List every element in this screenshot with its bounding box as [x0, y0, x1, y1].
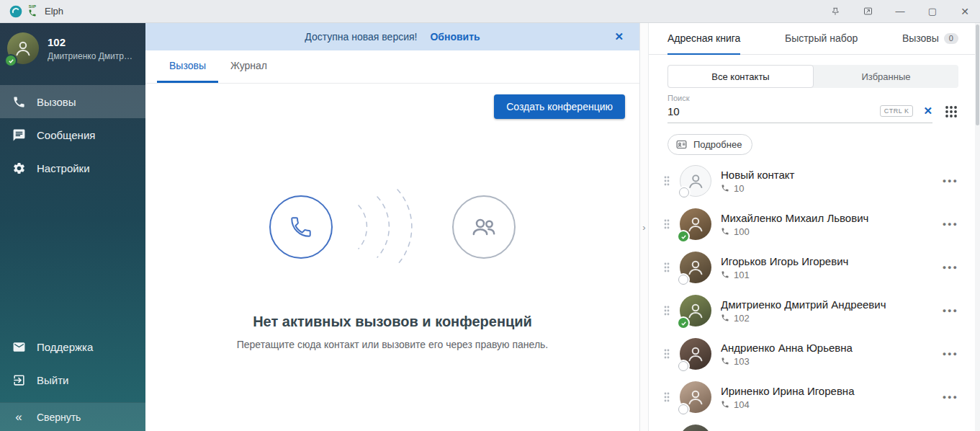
contact-menu-button[interactable]: ●●● [943, 264, 958, 271]
tab-address-book[interactable]: Адресная книга [667, 23, 740, 55]
maximize-button[interactable]: ▢ [926, 5, 939, 18]
minimize-button[interactable]: — [894, 5, 907, 18]
search-value[interactable]: 10 [667, 105, 880, 117]
contact-row[interactable]: Ириненко Ирина Игоревна 104 ●●● [649, 376, 980, 419]
update-button[interactable]: Обновить [430, 31, 480, 43]
contact-row[interactable]: Андриенко Анна Юрьевна 103 ●●● [649, 332, 980, 376]
profile-name: Дмитриенко Дмитр… [48, 51, 132, 61]
collapse-icon: « [12, 411, 26, 423]
contact-card-icon [675, 138, 688, 151]
empty-state-title: Нет активных вызовов и конференций [253, 314, 532, 330]
tab-calls[interactable]: Вызовы [157, 50, 218, 83]
sound-waves-icon [353, 184, 432, 270]
drag-handle-icon[interactable] [663, 391, 670, 404]
tab-speed-dial[interactable]: Быстрый набор [785, 23, 858, 55]
contact-number-text: 10 [734, 183, 744, 194]
contact-menu-button[interactable]: ●●● [943, 394, 958, 401]
logout-icon [12, 373, 26, 387]
calls-count-badge: 0 [944, 33, 958, 44]
shortcut-hint: CTRL K [880, 105, 914, 117]
contact-avatar [680, 165, 711, 197]
drag-handle-icon[interactable] [663, 174, 670, 187]
chevron-right-icon: › [642, 222, 645, 233]
empty-state: Нет активных вызовов и конференций Перет… [145, 119, 639, 431]
drag-handle-icon[interactable] [663, 347, 670, 360]
sidebar-item-label: Настройки [37, 162, 90, 174]
sip-phone-icon: SIP [28, 4, 37, 17]
sidebar-item-settings[interactable]: Настройки [0, 151, 145, 185]
contact-row[interactable]: Игорьков Игорь Игоревич 101 ●●● [649, 246, 980, 289]
mail-icon [12, 339, 26, 354]
app-logo-icon [9, 4, 23, 19]
sidebar-item-support[interactable]: Поддержка [0, 330, 145, 363]
tab-label: Вызовы [902, 32, 939, 44]
contact-menu-button[interactable]: ●●● [943, 221, 958, 228]
screen-share-icon[interactable] [861, 5, 874, 18]
contact-number-text: 102 [734, 313, 750, 324]
create-conference-button[interactable]: Создать конференцию [494, 94, 625, 119]
profile-extension: 102 [48, 36, 132, 48]
details-button-label: Подробнее [693, 139, 742, 150]
contact-menu-button[interactable]: ●●● [943, 307, 958, 314]
pin-icon[interactable] [829, 5, 842, 18]
phone-icon [721, 184, 729, 192]
sidebar-item-messages[interactable]: Сообщения [0, 118, 145, 151]
contact-avatar [680, 252, 711, 283]
clear-search-icon[interactable]: ✕ [923, 105, 932, 117]
gear-icon [12, 161, 26, 175]
segment-all-contacts[interactable]: Все контакты [667, 65, 814, 88]
contact-name: Новый контакт [721, 169, 933, 181]
search-input[interactable]: Поиск 10 CTRL K ✕ [667, 94, 932, 123]
contacts-filter: Все контакты Избранные [667, 65, 958, 88]
scrollbar-thumb[interactable] [976, 25, 979, 125]
presence-badge [678, 318, 688, 328]
main-toolbar: Создать конференцию [145, 84, 639, 119]
contact-row[interactable]: Дмитриенко Дмитрий Андреевич 102 ●●● [649, 289, 980, 332]
tab-journal[interactable]: Журнал [218, 50, 279, 83]
banner-close-icon[interactable]: ✕ [614, 30, 624, 43]
panel-collapse-handle[interactable]: › [640, 23, 649, 431]
contact-name: Ириненко Ирина Игоревна [721, 385, 933, 397]
conference-circle-icon [452, 195, 516, 259]
sidebar-item-calls[interactable]: Вызовы [0, 85, 145, 118]
contact-number: 103 [721, 356, 933, 367]
dialpad-icon[interactable] [944, 105, 958, 119]
contact-number: 102 [721, 313, 933, 324]
sidebar-item-logout[interactable]: Выйти [0, 363, 145, 396]
phone-icon [721, 314, 729, 322]
contact-row[interactable]: Михайленко Михаил Львович 100 ●●● [649, 203, 980, 246]
empty-state-graphics [269, 184, 516, 270]
profile-section[interactable]: 102 Дмитриенко Дмитр… [0, 23, 145, 75]
sidebar-item-label: Сообщения [37, 129, 95, 141]
segment-favorites[interactable]: Избранные [814, 65, 958, 88]
phone-circle-icon [269, 195, 333, 259]
close-button[interactable]: ✕ [958, 5, 971, 18]
phone-icon [721, 357, 729, 365]
titlebar: SIP Elph — ▢ ✕ [0, 0, 980, 23]
drag-handle-icon[interactable] [663, 304, 670, 317]
presence-badge [679, 187, 689, 197]
contact-avatar [680, 381, 711, 413]
details-button[interactable]: Подробнее [667, 134, 752, 155]
contact-menu-button[interactable]: ●●● [943, 177, 958, 185]
scrollbar[interactable] [975, 23, 980, 431]
contact-row[interactable]: Петренко Пётр Петрович ●●● [649, 419, 980, 431]
drag-handle-icon[interactable] [663, 261, 670, 274]
contact-name: Игорьков Игорь Игоревич [721, 255, 933, 267]
tab-panel-calls[interactable]: Вызовы 0 [902, 23, 958, 55]
main-area: Доступна новая версия! Обновить ✕ Вызовы… [145, 23, 640, 431]
contact-number-text: 100 [734, 226, 750, 237]
contact-avatar [680, 208, 711, 240]
drag-handle-icon[interactable] [663, 218, 670, 231]
sidebar-collapse-label: Свернуть [37, 412, 81, 423]
right-panel: Адресная книга Быстрый набор Вызовы 0 Вс… [649, 23, 980, 431]
contact-row[interactable]: Новый контакт 10 ●●● [649, 159, 980, 203]
update-banner: Доступна новая версия! Обновить ✕ [145, 23, 639, 50]
sidebar-item-label: Вызовы [37, 96, 76, 108]
search-label: Поиск [667, 94, 932, 102]
contact-avatar [680, 338, 711, 370]
sidebar-collapse-button[interactable]: « Свернуть [0, 402, 145, 431]
right-panel-tabs: Адресная книга Быстрый набор Вызовы 0 [649, 23, 980, 55]
contact-menu-button[interactable]: ●●● [943, 350, 958, 357]
chat-icon [12, 128, 26, 142]
